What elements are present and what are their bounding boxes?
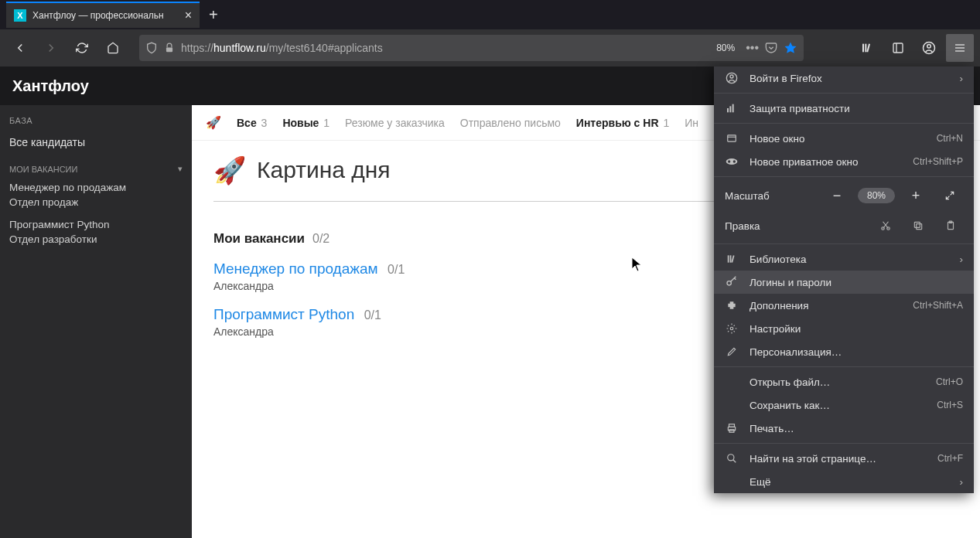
- menu-customize[interactable]: Персонализация…: [714, 340, 974, 363]
- sidebar-my-vacancies-label: МОИ ВАКАНСИИ: [9, 165, 77, 174]
- svg-rect-39: [728, 255, 729, 262]
- privacy-icon: [725, 102, 739, 114]
- menu-library[interactable]: Библиотека ›: [714, 247, 974, 271]
- firefox-app-menu: Войти в Firefox › Защита приватности Нов…: [714, 66, 974, 493]
- svg-rect-35: [917, 224, 922, 230]
- svg-point-22: [730, 75, 733, 78]
- close-tab-icon[interactable]: ×: [185, 9, 192, 22]
- menu-edit: Правка: [714, 211, 974, 240]
- browser-tab[interactable]: Х Хантфлоу — профессиональн ×: [6, 2, 200, 28]
- menu-separator: [714, 243, 974, 244]
- app-menu-button[interactable]: [946, 34, 974, 62]
- menu-new-window[interactable]: Новое окно Ctrl+N: [714, 127, 974, 150]
- zoom-out-button[interactable]: −: [824, 185, 850, 206]
- edit-label: Правка: [725, 220, 866, 232]
- chevron-right-icon: ›: [960, 476, 964, 488]
- tab-new[interactable]: Новые 1: [282, 117, 330, 129]
- browser-tab-bar: Х Хантфлоу — профессиональн × +: [0, 0, 980, 29]
- svg-rect-41: [731, 255, 734, 262]
- menu-zoom: Масштаб − 80% +: [714, 180, 974, 211]
- menu-separator: [714, 176, 974, 177]
- account-icon: [725, 72, 739, 84]
- pocket-icon[interactable]: [765, 42, 777, 54]
- svg-rect-36: [914, 222, 920, 227]
- forward-button[interactable]: [37, 34, 65, 62]
- menu-separator: [714, 366, 974, 367]
- fullscreen-icon[interactable]: [937, 185, 963, 206]
- lock-icon[interactable]: [164, 43, 175, 53]
- vacancy-name[interactable]: Менеджер по продажам: [213, 260, 378, 277]
- menu-open-file[interactable]: Открыть файл… Ctrl+O: [714, 370, 974, 393]
- menu-more[interactable]: Ещё ›: [714, 470, 974, 493]
- rocket-icon[interactable]: 🚀: [206, 115, 221, 130]
- sidebar-vacancy-2[interactable]: Программист Python: [0, 217, 192, 232]
- back-button[interactable]: [6, 34, 34, 62]
- shield-icon[interactable]: [145, 42, 158, 54]
- svg-point-8: [927, 45, 931, 49]
- menu-separator: [714, 443, 974, 444]
- more-icon[interactable]: •••: [746, 41, 759, 55]
- menu-separator: [714, 123, 974, 124]
- sidebar-vacancy-1[interactable]: Менеджер по продажам: [0, 180, 192, 195]
- tab-more[interactable]: Ин: [685, 117, 698, 129]
- menu-save-as[interactable]: Сохранить как… Ctrl+S: [714, 393, 974, 417]
- menu-privacy[interactable]: Защита приватности: [714, 97, 974, 120]
- library-icon[interactable]: [853, 34, 881, 62]
- sidebar-my-vacancies-header[interactable]: МОИ ВАКАНСИИ ▾: [0, 153, 192, 180]
- svg-point-28: [726, 158, 738, 165]
- zoom-in-button[interactable]: +: [903, 185, 929, 206]
- home-button[interactable]: [99, 34, 127, 62]
- bookmark-star-icon[interactable]: [784, 41, 797, 55]
- account-icon[interactable]: [915, 34, 943, 62]
- reload-button[interactable]: [68, 34, 96, 62]
- chevron-down-icon: ▾: [178, 164, 183, 174]
- copy-icon[interactable]: [906, 220, 930, 231]
- svg-line-50: [733, 460, 736, 463]
- menu-new-private[interactable]: Новое приватное окно Ctrl+Shift+P: [714, 150, 974, 173]
- vacancy-name[interactable]: Программист Python: [213, 306, 354, 322]
- tab-all[interactable]: Все 3: [237, 117, 267, 129]
- cut-icon[interactable]: [873, 220, 898, 231]
- url-text: https://huntflow.ru/my/test6140#applican…: [181, 42, 705, 54]
- vacancy-count: 0/1: [364, 308, 381, 322]
- menu-settings[interactable]: Настройки: [714, 317, 974, 340]
- sidebar-icon[interactable]: [884, 34, 912, 62]
- gear-icon: [725, 323, 739, 334]
- rocket-big-icon: 🚀: [213, 155, 246, 186]
- menu-logins[interactable]: Логины и пароли: [714, 271, 974, 294]
- tab-resume[interactable]: Резюме у заказчика: [345, 117, 445, 129]
- puzzle-icon: [725, 300, 739, 311]
- menu-addons[interactable]: Дополнения Ctrl+Shift+A: [714, 294, 974, 317]
- svg-rect-26: [728, 135, 736, 141]
- paste-icon[interactable]: [938, 220, 963, 231]
- svg-point-29: [728, 160, 730, 162]
- sidebar-all-candidates[interactable]: Все кандидаты: [0, 131, 192, 153]
- svg-point-45: [730, 327, 733, 330]
- search-icon: [725, 453, 739, 464]
- svg-rect-23: [727, 108, 729, 112]
- sidebar-vacancy-2-dept: Отдел разработки: [0, 232, 192, 247]
- library-icon: [725, 254, 739, 264]
- chevron-right-icon: ›: [960, 73, 964, 84]
- tab-sent[interactable]: Отправлено письмо: [460, 117, 561, 129]
- app-sidebar: Хантфлоу БАЗА Все кандидаты МОИ ВАКАНСИИ…: [0, 66, 192, 538]
- menu-separator: [714, 93, 974, 94]
- app-logo[interactable]: Хантфлоу: [0, 66, 192, 105]
- menu-print[interactable]: Печать…: [714, 417, 974, 440]
- vacancy-count: 0/1: [388, 263, 405, 276]
- zoom-value[interactable]: 80%: [858, 188, 895, 203]
- zoom-indicator[interactable]: 80%: [712, 41, 739, 55]
- menu-signin[interactable]: Войти в Firefox ›: [714, 66, 974, 90]
- chevron-right-icon: ›: [960, 254, 964, 265]
- section-title: Мои вакансии: [213, 231, 305, 247]
- svg-rect-25: [732, 104, 734, 113]
- address-bar[interactable]: https://huntflow.ru/my/test6140#applican…: [139, 35, 804, 61]
- svg-point-30: [733, 160, 736, 162]
- menu-find[interactable]: Найти на этой странице… Ctrl+F: [714, 447, 974, 470]
- window-icon: [725, 133, 739, 144]
- svg-rect-40: [730, 255, 732, 262]
- new-tab-button[interactable]: +: [200, 6, 227, 24]
- tab-interview[interactable]: Интервью с HR 1: [576, 117, 669, 129]
- svg-rect-24: [729, 106, 731, 112]
- svg-rect-0: [166, 47, 172, 52]
